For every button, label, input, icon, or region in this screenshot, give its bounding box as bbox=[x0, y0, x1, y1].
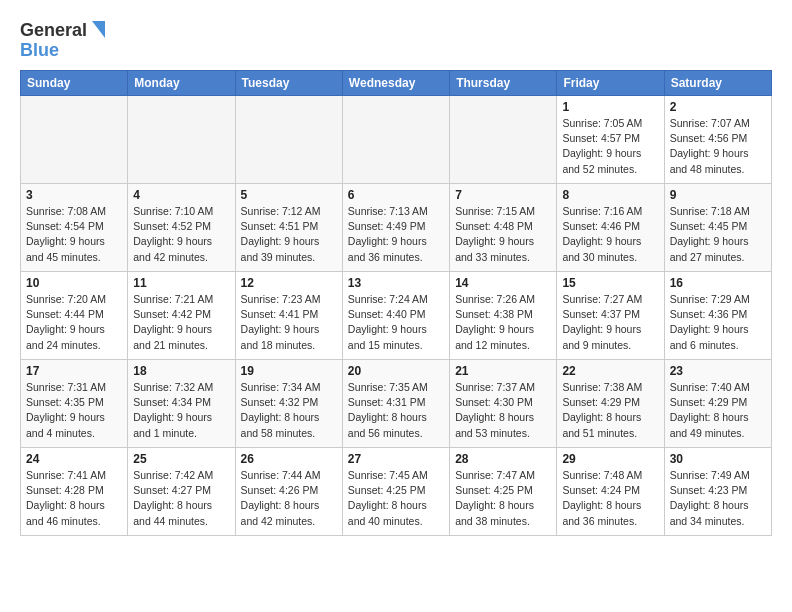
calendar-cell: 15Sunrise: 7:27 AM Sunset: 4:37 PM Dayli… bbox=[557, 272, 664, 360]
day-number: 15 bbox=[562, 276, 658, 290]
calendar-header-row: SundayMondayTuesdayWednesdayThursdayFrid… bbox=[21, 71, 772, 96]
day-info: Sunrise: 7:15 AM Sunset: 4:48 PM Dayligh… bbox=[455, 204, 551, 265]
day-info: Sunrise: 7:40 AM Sunset: 4:29 PM Dayligh… bbox=[670, 380, 766, 441]
calendar-cell: 18Sunrise: 7:32 AM Sunset: 4:34 PM Dayli… bbox=[128, 360, 235, 448]
day-info: Sunrise: 7:18 AM Sunset: 4:45 PM Dayligh… bbox=[670, 204, 766, 265]
day-info: Sunrise: 7:10 AM Sunset: 4:52 PM Dayligh… bbox=[133, 204, 229, 265]
day-number: 20 bbox=[348, 364, 444, 378]
calendar-cell: 22Sunrise: 7:38 AM Sunset: 4:29 PM Dayli… bbox=[557, 360, 664, 448]
day-info: Sunrise: 7:08 AM Sunset: 4:54 PM Dayligh… bbox=[26, 204, 122, 265]
day-info: Sunrise: 7:16 AM Sunset: 4:46 PM Dayligh… bbox=[562, 204, 658, 265]
calendar-cell: 12Sunrise: 7:23 AM Sunset: 4:41 PM Dayli… bbox=[235, 272, 342, 360]
day-number: 21 bbox=[455, 364, 551, 378]
logo: GeneralBlue bbox=[20, 16, 110, 60]
header: GeneralBlue bbox=[20, 16, 772, 60]
calendar-cell: 28Sunrise: 7:47 AM Sunset: 4:25 PM Dayli… bbox=[450, 448, 557, 536]
weekday-header: Monday bbox=[128, 71, 235, 96]
day-info: Sunrise: 7:38 AM Sunset: 4:29 PM Dayligh… bbox=[562, 380, 658, 441]
logo-svg: GeneralBlue bbox=[20, 16, 110, 60]
svg-marker-2 bbox=[92, 21, 105, 38]
calendar-cell bbox=[128, 96, 235, 184]
weekday-header: Sunday bbox=[21, 71, 128, 96]
calendar-cell: 10Sunrise: 7:20 AM Sunset: 4:44 PM Dayli… bbox=[21, 272, 128, 360]
day-info: Sunrise: 7:21 AM Sunset: 4:42 PM Dayligh… bbox=[133, 292, 229, 353]
calendar-cell: 26Sunrise: 7:44 AM Sunset: 4:26 PM Dayli… bbox=[235, 448, 342, 536]
calendar-cell bbox=[21, 96, 128, 184]
calendar-cell: 29Sunrise: 7:48 AM Sunset: 4:24 PM Dayli… bbox=[557, 448, 664, 536]
day-number: 11 bbox=[133, 276, 229, 290]
calendar-week-row: 3Sunrise: 7:08 AM Sunset: 4:54 PM Daylig… bbox=[21, 184, 772, 272]
day-info: Sunrise: 7:32 AM Sunset: 4:34 PM Dayligh… bbox=[133, 380, 229, 441]
day-number: 19 bbox=[241, 364, 337, 378]
calendar-cell: 27Sunrise: 7:45 AM Sunset: 4:25 PM Dayli… bbox=[342, 448, 449, 536]
calendar-cell: 4Sunrise: 7:10 AM Sunset: 4:52 PM Daylig… bbox=[128, 184, 235, 272]
weekday-header: Wednesday bbox=[342, 71, 449, 96]
day-number: 7 bbox=[455, 188, 551, 202]
day-info: Sunrise: 7:24 AM Sunset: 4:40 PM Dayligh… bbox=[348, 292, 444, 353]
day-number: 3 bbox=[26, 188, 122, 202]
weekday-header: Friday bbox=[557, 71, 664, 96]
day-info: Sunrise: 7:12 AM Sunset: 4:51 PM Dayligh… bbox=[241, 204, 337, 265]
svg-text:General: General bbox=[20, 20, 87, 40]
calendar-cell: 20Sunrise: 7:35 AM Sunset: 4:31 PM Dayli… bbox=[342, 360, 449, 448]
day-info: Sunrise: 7:31 AM Sunset: 4:35 PM Dayligh… bbox=[26, 380, 122, 441]
day-info: Sunrise: 7:44 AM Sunset: 4:26 PM Dayligh… bbox=[241, 468, 337, 529]
day-info: Sunrise: 7:34 AM Sunset: 4:32 PM Dayligh… bbox=[241, 380, 337, 441]
calendar-cell: 16Sunrise: 7:29 AM Sunset: 4:36 PM Dayli… bbox=[664, 272, 771, 360]
calendar-cell: 24Sunrise: 7:41 AM Sunset: 4:28 PM Dayli… bbox=[21, 448, 128, 536]
day-number: 9 bbox=[670, 188, 766, 202]
day-number: 16 bbox=[670, 276, 766, 290]
calendar-cell bbox=[235, 96, 342, 184]
day-number: 17 bbox=[26, 364, 122, 378]
day-number: 4 bbox=[133, 188, 229, 202]
day-number: 27 bbox=[348, 452, 444, 466]
day-info: Sunrise: 7:07 AM Sunset: 4:56 PM Dayligh… bbox=[670, 116, 766, 177]
calendar-table: SundayMondayTuesdayWednesdayThursdayFrid… bbox=[20, 70, 772, 536]
calendar-cell: 8Sunrise: 7:16 AM Sunset: 4:46 PM Daylig… bbox=[557, 184, 664, 272]
day-info: Sunrise: 7:42 AM Sunset: 4:27 PM Dayligh… bbox=[133, 468, 229, 529]
day-info: Sunrise: 7:29 AM Sunset: 4:36 PM Dayligh… bbox=[670, 292, 766, 353]
day-info: Sunrise: 7:20 AM Sunset: 4:44 PM Dayligh… bbox=[26, 292, 122, 353]
calendar-week-row: 24Sunrise: 7:41 AM Sunset: 4:28 PM Dayli… bbox=[21, 448, 772, 536]
day-number: 29 bbox=[562, 452, 658, 466]
day-number: 28 bbox=[455, 452, 551, 466]
day-info: Sunrise: 7:45 AM Sunset: 4:25 PM Dayligh… bbox=[348, 468, 444, 529]
day-number: 24 bbox=[26, 452, 122, 466]
calendar-cell: 5Sunrise: 7:12 AM Sunset: 4:51 PM Daylig… bbox=[235, 184, 342, 272]
day-info: Sunrise: 7:35 AM Sunset: 4:31 PM Dayligh… bbox=[348, 380, 444, 441]
calendar-cell: 30Sunrise: 7:49 AM Sunset: 4:23 PM Dayli… bbox=[664, 448, 771, 536]
svg-text:Blue: Blue bbox=[20, 40, 59, 60]
calendar-week-row: 10Sunrise: 7:20 AM Sunset: 4:44 PM Dayli… bbox=[21, 272, 772, 360]
calendar-cell: 13Sunrise: 7:24 AM Sunset: 4:40 PM Dayli… bbox=[342, 272, 449, 360]
calendar-cell: 1Sunrise: 7:05 AM Sunset: 4:57 PM Daylig… bbox=[557, 96, 664, 184]
day-info: Sunrise: 7:47 AM Sunset: 4:25 PM Dayligh… bbox=[455, 468, 551, 529]
day-number: 12 bbox=[241, 276, 337, 290]
calendar-cell: 19Sunrise: 7:34 AM Sunset: 4:32 PM Dayli… bbox=[235, 360, 342, 448]
page-container: GeneralBlue SundayMondayTuesdayWednesday… bbox=[0, 0, 792, 546]
calendar-cell: 3Sunrise: 7:08 AM Sunset: 4:54 PM Daylig… bbox=[21, 184, 128, 272]
day-info: Sunrise: 7:37 AM Sunset: 4:30 PM Dayligh… bbox=[455, 380, 551, 441]
weekday-header: Saturday bbox=[664, 71, 771, 96]
calendar-cell: 17Sunrise: 7:31 AM Sunset: 4:35 PM Dayli… bbox=[21, 360, 128, 448]
day-number: 22 bbox=[562, 364, 658, 378]
weekday-header: Tuesday bbox=[235, 71, 342, 96]
day-info: Sunrise: 7:41 AM Sunset: 4:28 PM Dayligh… bbox=[26, 468, 122, 529]
weekday-header: Thursday bbox=[450, 71, 557, 96]
calendar-cell: 21Sunrise: 7:37 AM Sunset: 4:30 PM Dayli… bbox=[450, 360, 557, 448]
calendar-cell: 7Sunrise: 7:15 AM Sunset: 4:48 PM Daylig… bbox=[450, 184, 557, 272]
calendar-week-row: 1Sunrise: 7:05 AM Sunset: 4:57 PM Daylig… bbox=[21, 96, 772, 184]
day-number: 14 bbox=[455, 276, 551, 290]
calendar-cell: 2Sunrise: 7:07 AM Sunset: 4:56 PM Daylig… bbox=[664, 96, 771, 184]
day-number: 5 bbox=[241, 188, 337, 202]
day-number: 8 bbox=[562, 188, 658, 202]
calendar-cell: 14Sunrise: 7:26 AM Sunset: 4:38 PM Dayli… bbox=[450, 272, 557, 360]
day-number: 26 bbox=[241, 452, 337, 466]
calendar-cell: 6Sunrise: 7:13 AM Sunset: 4:49 PM Daylig… bbox=[342, 184, 449, 272]
calendar-cell: 9Sunrise: 7:18 AM Sunset: 4:45 PM Daylig… bbox=[664, 184, 771, 272]
day-info: Sunrise: 7:27 AM Sunset: 4:37 PM Dayligh… bbox=[562, 292, 658, 353]
day-info: Sunrise: 7:49 AM Sunset: 4:23 PM Dayligh… bbox=[670, 468, 766, 529]
calendar-week-row: 17Sunrise: 7:31 AM Sunset: 4:35 PM Dayli… bbox=[21, 360, 772, 448]
day-number: 18 bbox=[133, 364, 229, 378]
day-number: 10 bbox=[26, 276, 122, 290]
day-number: 23 bbox=[670, 364, 766, 378]
